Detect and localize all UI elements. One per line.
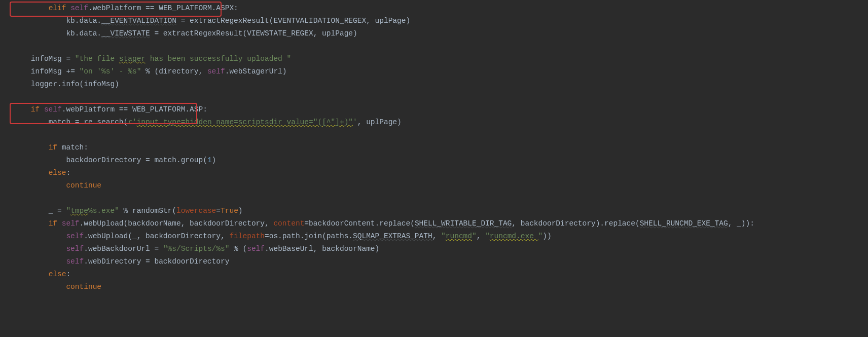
code-token: "the file: [75, 55, 119, 63]
code-token: filepath: [229, 232, 265, 240]
code-token: self: [66, 257, 84, 266]
code-token: SQLMAP_EXTRAS_PATH: [353, 232, 432, 240]
code-token: __EVENTVALIDATION: [101, 17, 176, 25]
code-line[interactable]: self.webBackdoorUrl = "%s/Scripts/%s" % …: [0, 243, 868, 255]
code-line[interactable]: infoMsg += "on '%s' - %s" % (directory, …: [0, 65, 868, 78]
code-token: % (: [229, 245, 247, 253]
code-line[interactable]: else:: [0, 167, 868, 179]
code-line[interactable]: if match:: [0, 141, 868, 154]
code-token: ": [66, 207, 70, 215]
code-token: r': [128, 118, 136, 126]
code-token: .webDirectory = backdoorDirectory: [84, 257, 229, 266]
code-token: .webBaseUrl, backdoorName): [265, 245, 379, 253]
code-line[interactable]: backdoorDirectory = match.group(1): [0, 154, 868, 167]
code-token: ": [538, 232, 543, 240]
code-token: SHELL_RUNCMD_EXE_TAG: [640, 219, 728, 228]
code-token: "on '%s' - %s": [80, 67, 141, 76]
code-token: :: [66, 270, 70, 278]
code-token: stager: [119, 55, 146, 63]
code-token: .webPlatform == WEB_PLATFORM.ASP:: [62, 105, 207, 114]
code-token: self: [70, 4, 88, 12]
code-token: %s.exe": [88, 207, 119, 215]
code-line[interactable]: continue: [0, 281, 868, 293]
code-token: :: [66, 169, 70, 177]
code-token: else: [49, 169, 66, 177]
code-token: [49, 93, 53, 101]
code-line[interactable]: _ = "tmpe%s.exe" % randomStr(lowercase=T…: [0, 205, 868, 217]
code-token: if: [49, 219, 62, 228]
code-token: ': [353, 118, 357, 126]
code-token: = extractRegexResult(EVENTVALIDATION_REG…: [176, 17, 410, 25]
code-token: ): [238, 207, 243, 215]
code-token: runcmd: [446, 232, 472, 240]
code-token: self: [44, 105, 62, 114]
code-line[interactable]: if self.webPlatform == WEB_PLATFORM.ASP:: [0, 103, 868, 116]
code-token: continue: [66, 283, 101, 291]
code-token: =os.path.join(paths.: [265, 232, 353, 240]
code-token: if: [31, 105, 44, 114]
code-token: [49, 42, 53, 50]
code-line[interactable]: if self.webUpload(backdoorName, backdoor…: [0, 217, 868, 230]
code-token: infoMsg +=: [31, 67, 80, 76]
code-token: else: [49, 270, 66, 278]
code-token: "%s/Scripts/%s": [163, 245, 230, 253]
code-token: = extractRegexResult(VIEWSTATE_REGEX, up…: [150, 29, 357, 38]
code-token: infoMsg =: [31, 55, 75, 63]
code-token: ": [485, 232, 490, 240]
code-line[interactable]: kb.data.__EVENTVALIDATION = extractRegex…: [0, 15, 868, 27]
code-token: ": [472, 232, 477, 240]
code-editor[interactable]: elif self.webPlatform == WEB_PLATFORM.AS…: [0, 0, 868, 293]
code-token: self: [62, 219, 80, 228]
code-token: ): [212, 156, 216, 164]
code-token: backdoorDirectory = match.group(: [66, 156, 207, 164]
code-token: kb.data.: [66, 17, 101, 25]
code-token: runcmd.exe: [490, 232, 538, 240]
code-line[interactable]: elif self.webPlatform == WEB_PLATFORM.AS…: [0, 2, 868, 15]
code-token: .webUpload(_, backdoorDirectory,: [84, 232, 229, 240]
code-token: % randomStr(: [119, 207, 176, 215]
code-line[interactable]: logger.info(infoMsg): [0, 78, 868, 91]
code-line[interactable]: [0, 192, 868, 205]
code-token: _ =: [49, 207, 66, 215]
code-token: =backdoorContent.replace(: [304, 219, 415, 228]
code-token: match = re.search(: [49, 118, 128, 126]
code-line[interactable]: kb.data.__VIEWSTATE = extractRegexResult…: [0, 27, 868, 40]
code-token: .webPlatform == WEB_PLATFORM.ASPX:: [88, 4, 238, 12]
code-token: elif: [49, 4, 71, 12]
code-line[interactable]: continue: [0, 179, 868, 192]
code-token: SHELL_WRITABLE_DIR_TAG: [415, 219, 512, 228]
code-token: if: [49, 143, 62, 152]
code-token: ,: [432, 232, 441, 240]
code-token: [49, 131, 53, 139]
code-token: [49, 194, 53, 202]
code-token: content: [273, 219, 304, 228]
code-line[interactable]: [0, 129, 868, 141]
code-token: self: [66, 245, 84, 253]
code-line[interactable]: [0, 91, 868, 103]
code-token: match:: [62, 143, 88, 152]
code-token: tmpe: [70, 207, 88, 215]
code-token: .webBackdoorUrl =: [84, 245, 163, 253]
code-line[interactable]: self.webUpload(_, backdoorDirectory, fil…: [0, 230, 868, 243]
code-token: self: [66, 232, 84, 240]
code-token: __VIEWSTATE: [101, 29, 150, 38]
code-line[interactable]: infoMsg = "the file stager has been succ…: [0, 53, 868, 65]
code-token: 1: [207, 156, 212, 164]
code-token: self: [207, 67, 225, 76]
code-token: .webUpload(backdoorName, backdoorDirecto…: [80, 219, 274, 228]
code-line[interactable]: [0, 40, 868, 53]
code-line[interactable]: else:: [0, 268, 868, 281]
code-token: ": [441, 232, 446, 240]
code-line[interactable]: match = re.search(r'input type=hidden na…: [0, 116, 868, 129]
code-token: kb.data.: [66, 29, 101, 38]
code-token: =: [216, 207, 221, 215]
code-token: True: [221, 207, 238, 215]
code-token: , _)):: [728, 219, 754, 228]
code-token: lowercase: [176, 207, 216, 215]
code-token: continue: [66, 181, 101, 190]
code-token: logger.info(infoMsg): [31, 80, 119, 88]
code-token: self: [247, 245, 265, 253]
code-line[interactable]: self.webDirectory = backdoorDirectory: [0, 255, 868, 268]
code-token: )): [542, 232, 551, 240]
code-token: input type=hidden name=scriptsdir value=…: [137, 118, 353, 126]
